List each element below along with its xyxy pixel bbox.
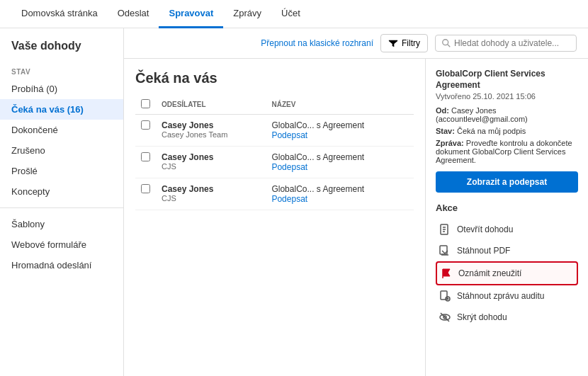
right-panel: GlobalCorp Client Services Agreement Vyt…: [425, 59, 588, 376]
detail-from: Od: Casey Jones (accountlevel@gmail.com): [436, 106, 578, 123]
agreements-table: ODESÍLATEL NÁZEV Casey Jones Casey Jones…: [135, 95, 414, 210]
action-open-label: Otevřít dohodu: [457, 224, 513, 234]
filter-icon: [388, 38, 398, 48]
search-box: [435, 35, 577, 52]
action-report-abuse[interactable]: Oznámit zneužití: [436, 261, 578, 285]
filter-button[interactable]: Filtry: [380, 34, 428, 52]
search-icon: [441, 38, 451, 48]
table-row: Casey Jones Casey Jones Team GlobalCo...…: [135, 115, 414, 147]
sign-link[interactable]: Podepsat: [271, 162, 307, 172]
sign-button[interactable]: Zobrazit a podepsat: [436, 171, 578, 193]
table-area: Čeká na vás ODESÍLATEL NÁZEV: [124, 59, 425, 376]
detail-created: Vytvořeno 25.10. 2021 15:06: [436, 92, 578, 101]
sender-sub: CJS: [162, 162, 260, 171]
select-all-checkbox[interactable]: [141, 99, 150, 108]
detail-message: Zpráva: Proveďte kontrolu a dokončete do…: [436, 139, 578, 164]
sender-name: Casey Jones: [162, 120, 260, 130]
table-row: Casey Jones CJS GlobalCo... s Agreement …: [135, 147, 414, 178]
sidebar-item-waiting[interactable]: Čeká na vás (16): [0, 99, 123, 120]
sidebar-item-drafts[interactable]: Koncepty: [0, 181, 123, 202]
row-checkbox[interactable]: [141, 184, 150, 193]
flag-icon: [440, 267, 453, 280]
sidebar-item-cancelled[interactable]: Zrušeno: [0, 140, 123, 161]
toolbar: Přepnout na klasické rozhraní Filtry: [124, 28, 588, 59]
toolbar-right: Přepnout na klasické rozhraní Filtry: [261, 34, 577, 52]
svg-line-1: [448, 45, 451, 47]
nav-item-account[interactable]: Účet: [271, 0, 310, 28]
detail-status: Stav: Čeká na můj podpis: [436, 127, 578, 135]
action-hide[interactable]: Skrýt dohodu: [436, 307, 578, 328]
sender-sub: Casey Jones Team: [162, 130, 260, 139]
action-open[interactable]: Otevřít dohodu: [436, 219, 578, 240]
action-download-pdf[interactable]: Stáhnout PDF: [436, 240, 578, 261]
actions-label: Akce: [436, 203, 578, 213]
sender-name: Casey Jones: [162, 152, 260, 162]
sidebar-item-in-progress[interactable]: Probíhá (0): [0, 79, 123, 99]
row-checkbox[interactable]: [141, 152, 150, 161]
nav-item-home[interactable]: Domovská stránka: [11, 0, 108, 28]
nav-item-manage[interactable]: Spravovat: [159, 0, 223, 28]
content-area: Přepnout na klasické rozhraní Filtry: [124, 28, 588, 376]
sidebar-title: Vaše dohody: [0, 40, 123, 61]
svg-point-0: [443, 40, 448, 45]
sidebar-item-bulk-send[interactable]: Hromadná odeslání: [0, 255, 123, 275]
sidebar-item-expired[interactable]: Prošlé: [0, 161, 123, 181]
top-nav: Domovská stránka Odeslat Spravovat Zpráv…: [0, 0, 588, 28]
row-checkbox[interactable]: [141, 120, 150, 130]
action-download-audit[interactable]: Stáhnout zprávu auditu: [436, 285, 578, 307]
nav-item-send[interactable]: Odeslat: [108, 0, 159, 28]
main-layout: Vaše dohody STAV Probíhá (0) Čeká na vás…: [0, 28, 588, 376]
action-report-abuse-label: Oznámit zneužití: [458, 268, 521, 278]
doc-name: GlobalCo... s Agreement: [271, 120, 408, 130]
action-hide-label: Skrýt dohodu: [457, 312, 507, 322]
main-split: Čeká na vás ODESÍLATEL NÁZEV: [124, 59, 588, 376]
doc-name: GlobalCo... s Agreement: [271, 152, 408, 162]
hide-icon: [439, 311, 451, 324]
col-sender: ODESÍLATEL: [156, 95, 266, 115]
table-heading: Čeká na vás: [135, 70, 414, 86]
filter-label: Filtry: [402, 38, 420, 48]
action-download-pdf-label: Stáhnout PDF: [457, 246, 510, 256]
table-row: Casey Jones CJS GlobalCo... s Agreement …: [135, 178, 414, 210]
sidebar: Vaše dohody STAV Probíhá (0) Čeká na vás…: [0, 28, 124, 376]
search-input[interactable]: [454, 38, 570, 48]
actions-section: Akce Otevřít dohodu: [436, 203, 578, 328]
col-name: NÁZEV: [266, 95, 414, 115]
doc-name: GlobalCo... s Agreement: [271, 184, 408, 194]
document-icon: [439, 223, 451, 236]
sidebar-item-templates[interactable]: Šablony: [0, 214, 123, 234]
nav-item-messages[interactable]: Zprávy: [223, 0, 271, 28]
sidebar-section-status: STAV: [0, 61, 123, 79]
sender-sub: CJS: [162, 194, 260, 203]
audit-icon: [439, 290, 451, 302]
sign-link[interactable]: Podepsat: [271, 194, 307, 204]
download-icon: [439, 244, 451, 257]
sign-link[interactable]: Podepsat: [271, 130, 307, 140]
action-download-audit-label: Stáhnout zprávu auditu: [457, 291, 544, 301]
sidebar-divider: [0, 207, 123, 208]
sender-name: Casey Jones: [162, 184, 260, 194]
sidebar-item-web-forms[interactable]: Webové formuláře: [0, 234, 123, 255]
detail-title: GlobalCorp Client Services Agreement: [436, 69, 578, 91]
sidebar-item-done[interactable]: Dokončené: [0, 120, 123, 140]
switch-link[interactable]: Přepnout na klasické rozhraní: [261, 38, 373, 48]
